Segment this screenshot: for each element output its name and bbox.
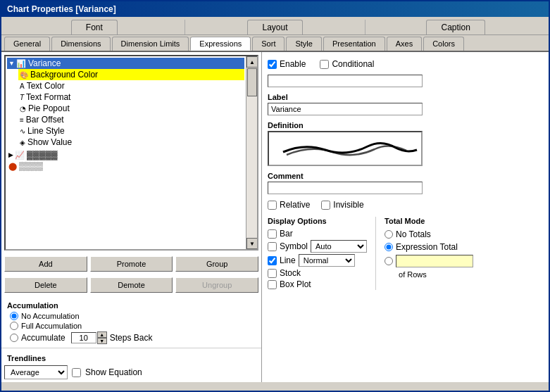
tree-label-text-color: Text Color [27,81,65,91]
delete-button[interactable]: Delete [4,277,87,293]
line-checkbox[interactable] [268,256,277,265]
steps-down-btn[interactable]: ▼ [97,338,107,344]
trendlines-section: Trendlines Average Show Equation [1,348,261,382]
bar-checkbox[interactable] [268,229,277,239]
full-accumulation-label: Full Accumulation [21,322,82,330]
tree-item-text-format[interactable]: T Text Format [18,91,244,103]
show-equation-checkbox[interactable] [72,368,81,377]
tree-item-bg-color[interactable]: 🎨 Background Color [18,69,244,80]
steps-up-btn[interactable]: ▲ [97,331,107,338]
tree-area[interactable]: ▼ 📊 Variance 🎨 Background Color A Text [4,55,258,251]
sum-radio[interactable] [385,257,393,265]
chart2-icon: 📈 [15,151,25,160]
enable-checkbox-group: Enable [268,59,306,69]
tab-layout[interactable]: Layout [247,20,302,34]
tree-expand-icon[interactable]: ▼ [8,60,15,67]
relative-checkbox[interactable] [268,201,277,210]
box-plot-checkbox[interactable] [268,280,277,289]
scroll-down-btn[interactable]: ▼ [246,238,258,249]
expression-total-label: Expression Total [396,242,458,252]
total-mode: Total Mode No Totals Expression Total [385,217,473,290]
invisible-checkbox[interactable] [321,201,330,210]
tab-font[interactable]: Font [71,20,118,34]
tree-label-bg: Background Color [30,70,98,80]
symbol-dropdown[interactable]: Auto Circle Square [311,240,367,253]
of-rows-label: of Rows [399,270,427,279]
tree-label-text-format: Text Format [26,92,70,102]
variance-icon: 📊 [16,59,26,68]
show-icon: ◈ [20,139,25,146]
scroll-up-btn[interactable]: ▲ [246,56,258,68]
promote-button[interactable]: Promote [90,256,173,272]
tab-colors[interactable]: Colors [423,37,464,51]
show-equation-label: Show Equation [85,367,142,377]
tree-label-other: ▒▒▒▒ [19,161,43,171]
symbol-checkbox[interactable] [268,242,277,251]
tree-item-bar-offset[interactable]: ≡ Bar Offset [18,114,244,125]
radio-no-accumulation[interactable]: No Accumulation [4,311,258,321]
ungroup-button[interactable]: Ungroup [175,277,258,293]
tree-item-chart2[interactable]: ▶ 📈 ▓▓▓▓▓ [7,149,244,160]
label-section: Label [268,93,543,115]
comment-input[interactable] [268,182,423,194]
conditional-checkbox-group: Conditional [320,59,374,69]
enable-checkbox[interactable] [268,60,277,69]
invisible-checkbox-group: Invisible [321,200,363,210]
tree-scrollbar[interactable]: ▲ ▼ [246,56,257,249]
expression-total-radio[interactable] [385,243,393,251]
comment-section: Comment [268,172,543,194]
main-content: ▼ 📊 Variance 🎨 Background Color A Text [1,52,549,382]
of-rows: of Rows [399,269,473,280]
sum-input[interactable] [396,255,473,267]
expression-total-option: Expression Total [385,241,473,253]
steps-input[interactable] [71,332,96,343]
other-icon: ⬤ [8,162,17,171]
enable-row: Enable Conditional [268,56,543,72]
total-mode-title: Total Mode [385,217,473,225]
no-totals-label: No Totals [396,229,431,239]
conditional-input[interactable] [268,75,423,87]
definition-area[interactable] [268,131,423,166]
demote-button[interactable]: Demote [90,277,173,293]
tab-presentation[interactable]: Presentation [323,37,385,51]
tree-item-line-style[interactable]: ∿ Line Style [18,125,244,137]
tab-sort[interactable]: Sort [252,37,285,51]
add-button[interactable]: Add [4,256,87,272]
window: Chart Properties [Variance] Font Layout … [0,0,550,392]
tree-item-other[interactable]: ⬤ ▒▒▒▒ [7,160,244,172]
tab-dimension-limits[interactable]: Dimension Limits [112,37,189,51]
bar-icon: ≡ [20,116,24,124]
radio-full-accumulation[interactable]: Full Accumulation [4,321,258,331]
trendlines-title: Trendlines [4,351,258,364]
line-dropdown[interactable]: Normal Dashed Dotted [299,254,355,267]
conditional-checkbox[interactable] [320,60,329,69]
trendlines-type-select[interactable]: Average [4,365,68,379]
no-totals-radio[interactable] [385,230,393,239]
tree-item-variance[interactable]: ▼ 📊 Variance [7,58,244,69]
tree-label-line: Line Style [27,126,65,136]
sum-option [385,253,473,269]
stock-checkbox[interactable] [268,269,277,278]
display-options: Display Options Bar Symbol Auto [268,217,367,290]
tab-general[interactable]: General [4,37,50,51]
relative-label: Relative [280,200,310,210]
tree-item-pie-popout[interactable]: ◔ Pie Popout [18,103,244,114]
stock-label: Stock [280,268,301,278]
display-options-title: Display Options [268,217,367,225]
relative-invisible-row: Relative Invisible [268,200,543,210]
tab-axes[interactable]: Axes [387,37,422,51]
tree-expand2-icon[interactable]: ▶ [8,151,13,158]
tab-dimensions[interactable]: Dimensions [51,37,110,51]
label-input[interactable] [268,103,423,115]
tab-expressions[interactable]: Expressions [190,37,251,51]
accumulate-row: Accumulate ▲ ▼ Steps Back [4,331,258,345]
bg-color-icon: 🎨 [20,71,28,79]
tab-caption[interactable]: Caption [426,20,485,34]
group-button[interactable]: Group [175,256,258,272]
steps-spinner[interactable]: ▲ ▼ [71,331,107,344]
invisible-label: Invisible [333,200,363,210]
tree-item-show-value[interactable]: ◈ Show Value [18,137,244,148]
tab-style[interactable]: Style [286,37,321,51]
tree-item-text-color[interactable]: A Text Color [18,80,244,91]
tree-label-variance: Variance [28,58,61,68]
